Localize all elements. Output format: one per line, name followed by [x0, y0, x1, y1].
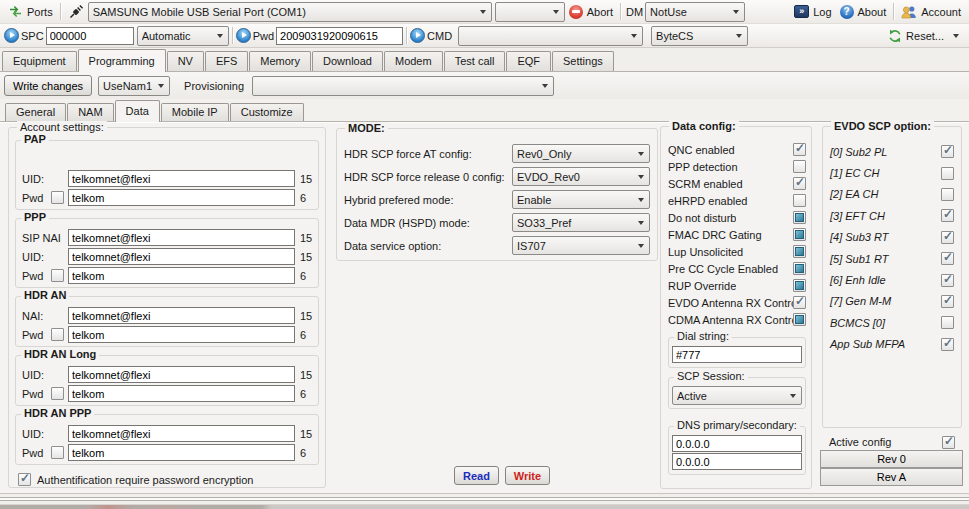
tab-testcall[interactable]: Test call — [444, 51, 506, 71]
cmd-run-icon[interactable] — [410, 28, 425, 43]
subtab-nam[interactable]: NAM — [67, 103, 113, 121]
subtab-general[interactable]: General — [5, 103, 66, 121]
rev0-button[interactable]: Rev 0 — [820, 450, 963, 468]
enh-idle-checkbox[interactable] — [941, 274, 954, 287]
subtab-data[interactable]: Data — [115, 100, 160, 122]
fmac-drc-gating-checkbox[interactable] — [793, 228, 806, 241]
eft-ch-checkbox[interactable] — [941, 209, 954, 222]
notuse-select[interactable]: NotUse — [645, 2, 745, 22]
qnc-enabled-checkbox[interactable] — [793, 143, 806, 156]
cdma-antenna-rx-label: CDMA Antenna RX Control — [668, 314, 793, 326]
spc-run-icon[interactable] — [4, 28, 19, 43]
dns-label: DNS primary/secondary: — [674, 419, 800, 431]
bytecs-select[interactable]: ByteCS — [651, 26, 748, 46]
cdma-antenna-rx-checkbox[interactable] — [793, 313, 806, 326]
dial-string-input[interactable] — [672, 346, 802, 363]
hdr-an-ppp-uid-input[interactable] — [68, 425, 295, 442]
device-select[interactable]: SAMSUNG Mobile USB Serial Port (COM1) — [88, 2, 492, 22]
ports-button[interactable]: Ports — [4, 4, 57, 19]
tab-eqf[interactable]: EQF — [506, 51, 551, 71]
toolbar-main: Ports SAMSUNG Mobile USB Serial Port (CO… — [0, 0, 969, 24]
scrm-enabled-checkbox[interactable] — [793, 177, 806, 190]
hdr-an-long-pwd-input[interactable] — [68, 385, 295, 402]
bcmcs-checkbox[interactable] — [941, 316, 954, 329]
scp-session-select[interactable]: Active — [672, 386, 802, 405]
subtab-customize[interactable]: Customize — [230, 103, 304, 121]
hdr-an-nai-input[interactable] — [68, 307, 295, 324]
provisioning-select[interactable] — [252, 76, 554, 96]
read-button[interactable]: Read — [454, 466, 499, 485]
write-changes-button[interactable]: Write changes — [4, 75, 92, 96]
about-button[interactable]: About — [836, 4, 891, 20]
abort-label: Abort — [587, 6, 613, 18]
log-button[interactable]: Log — [790, 4, 835, 19]
tab-equipment[interactable]: Equipment — [2, 51, 77, 71]
tab-memory[interactable]: Memory — [249, 51, 311, 71]
ppp-detection-checkbox[interactable] — [793, 160, 806, 173]
tab-nv[interactable]: NV — [167, 51, 204, 71]
evdo-antenna-rx-checkbox[interactable] — [793, 296, 806, 309]
ehrpd-enabled-checkbox[interactable] — [793, 194, 806, 207]
plug-button[interactable] — [64, 3, 88, 21]
pre-cc-cycle-checkbox[interactable] — [793, 262, 806, 275]
spc-input[interactable] — [46, 27, 134, 45]
account-button[interactable]: Account — [897, 4, 965, 20]
tab-efs[interactable]: EFS — [205, 51, 248, 71]
data-service-select[interactable]: IS707 — [512, 236, 650, 255]
auth-encryption-checkbox[interactable] — [18, 473, 31, 486]
dns-primary-input[interactable] — [672, 435, 802, 452]
hdr-scp-rel0-select[interactable]: EVDO_Rev0 — [512, 167, 650, 186]
tab-settings[interactable]: Settings — [552, 51, 614, 71]
ppp-uid-input[interactable] — [68, 248, 295, 265]
hdr-an-long-pwd-checkbox[interactable] — [51, 387, 64, 400]
ec-ch-checkbox[interactable] — [941, 167, 954, 180]
cmd-select[interactable] — [458, 26, 643, 46]
reva-button[interactable]: Rev A — [820, 468, 963, 486]
main-tabstrip: Equipment Programming NV EFS Memory Down… — [0, 48, 969, 72]
aux-select[interactable] — [495, 2, 565, 22]
ea-ch-checkbox[interactable] — [941, 188, 954, 201]
auth-row: Authentification require password encryp… — [18, 473, 325, 486]
gen-mm-checkbox[interactable] — [941, 295, 954, 308]
sub3-rt-checkbox[interactable] — [941, 231, 954, 244]
pwd-run-icon[interactable] — [236, 28, 251, 43]
ppp-sip-nai-input[interactable] — [68, 229, 295, 246]
usenam-select[interactable]: UseNam1 — [98, 76, 170, 96]
abort-button[interactable]: Abort — [565, 4, 617, 20]
subtab-mobile-ip[interactable]: Mobile IP — [161, 103, 229, 121]
chevron-down-icon — [631, 34, 637, 38]
pap-uid-input[interactable] — [68, 170, 295, 187]
mode-row: Data MDR (HSPD) mode: SO33_Pref — [344, 211, 650, 234]
sub2-pl-checkbox[interactable] — [941, 145, 954, 158]
active-config-checkbox[interactable] — [942, 436, 955, 449]
hdr-an-ppp-pwd-input[interactable] — [68, 444, 295, 461]
group-hdr-an-ppp-title: HDR AN PPP — [21, 407, 94, 419]
pap-pwd-checkbox[interactable] — [51, 191, 64, 204]
tab-programming[interactable]: Programming — [78, 49, 166, 72]
data-mdr-select[interactable]: SO33_Pref — [512, 213, 650, 232]
pap-pwd-input[interactable] — [68, 189, 295, 206]
app-sub-mfpa-checkbox[interactable] — [941, 338, 954, 351]
tab-modem[interactable]: Modem — [384, 51, 443, 71]
spc-mode-select[interactable]: Automatic — [137, 26, 229, 46]
sub1-rt-checkbox[interactable] — [941, 252, 954, 265]
write-button[interactable]: Write — [505, 466, 550, 485]
tab-download[interactable]: Download — [312, 51, 383, 71]
hdr-scp-at-select[interactable]: Rev0_Only — [512, 144, 650, 163]
hybrid-mode-select[interactable]: Enable — [512, 190, 650, 209]
do-not-disturb-checkbox[interactable] — [793, 211, 806, 224]
reset-button[interactable]: Reset... — [884, 28, 963, 44]
ppp-pwd-input[interactable] — [68, 267, 295, 284]
ppp-pwd-checkbox[interactable] — [51, 269, 64, 282]
lup-unsolicited-checkbox[interactable] — [793, 245, 806, 258]
bytecs-value: ByteCS — [656, 30, 732, 42]
separator — [232, 27, 233, 44]
rup-override-checkbox[interactable] — [793, 279, 806, 292]
account-label: Account — [921, 6, 961, 18]
hdr-an-long-uid-input[interactable] — [68, 366, 295, 383]
dns-secondary-input[interactable] — [672, 453, 802, 470]
hdr-an-pwd-input[interactable] — [68, 326, 295, 343]
hdr-an-ppp-pwd-checkbox[interactable] — [51, 446, 64, 459]
pwd-input[interactable] — [276, 27, 403, 45]
hdr-an-pwd-checkbox[interactable] — [51, 328, 64, 341]
